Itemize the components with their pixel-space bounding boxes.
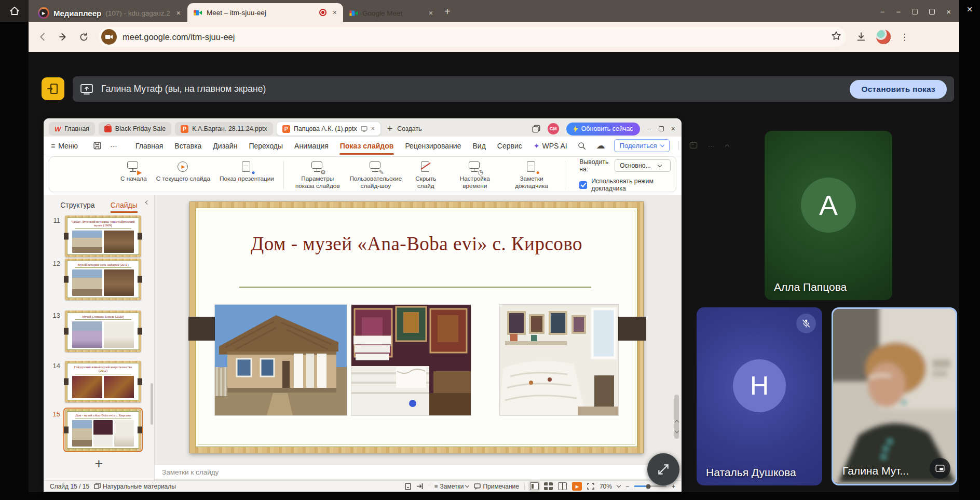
wps-new-document-icon[interactable]: + <box>387 124 393 134</box>
share-button[interactable]: Поделиться <box>614 139 670 152</box>
canvas-scrollbar[interactable] <box>674 198 679 436</box>
menu-home[interactable]: Главная <box>130 139 168 153</box>
menu-tools[interactable]: Сервис <box>492 139 527 153</box>
browser-menu-icon[interactable]: ⋮ <box>900 32 909 43</box>
restore-icon[interactable] <box>929 9 935 15</box>
wps-tab-black-friday[interactable]: Black Friday Sale <box>99 122 171 136</box>
tab-meet-active[interactable]: Meet – itm-sjuu-eej × <box>187 3 343 22</box>
wps-close-icon[interactable]: × <box>671 125 675 133</box>
stop-presenting-button[interactable]: Остановить показ <box>850 80 947 99</box>
ribbon-rehearse-timings-button[interactable]: ◷ Настройка времени <box>447 160 503 190</box>
menu-insert[interactable]: Вставка <box>169 139 207 153</box>
picture-in-picture-button[interactable] <box>930 458 950 479</box>
slide-notes-area[interactable]: Заметки к слайду <box>155 465 674 479</box>
ribbon-show-options-button[interactable]: ⚙ Параметры показа слайдов <box>289 160 347 190</box>
update-now-button[interactable]: Обновить сейчас <box>566 123 640 136</box>
profile-avatar[interactable] <box>876 30 891 44</box>
minimize-icon[interactable]: − <box>880 8 885 16</box>
tab-close-icon[interactable]: × <box>176 9 181 17</box>
download-icon[interactable] <box>855 31 867 43</box>
normal-view-button[interactable] <box>530 482 539 490</box>
wps-minimize-icon[interactable]: − <box>647 125 651 133</box>
wps-tab-close-icon[interactable]: × <box>371 125 375 132</box>
participant-tile-natalya[interactable]: Н Наталья Душкова <box>697 307 822 485</box>
zoom-out-button[interactable]: − <box>625 483 629 490</box>
zoom-in-button[interactable]: + <box>672 483 675 490</box>
menu-view[interactable]: Вид <box>467 139 491 153</box>
slide-13-thumbnail[interactable]: Музей Степана Топала (2020) <box>65 310 141 352</box>
restore-icon[interactable] <box>912 9 918 15</box>
panel-close-icon[interactable]: × <box>967 4 972 14</box>
tab-media-player[interactable]: ▶ Медиаплеер (107) - kdu.gagauz.2 × <box>32 4 187 22</box>
cloud-sync-icon[interactable]: ☁ <box>593 140 609 151</box>
tabs-overview-icon[interactable] <box>532 125 540 133</box>
menu-slideshow-active[interactable]: Показ слайдов <box>335 139 399 153</box>
tab-google-meet[interactable]: Google Meet × <box>343 4 439 22</box>
handoff-icon[interactable] <box>416 483 424 490</box>
menu-design[interactable]: Дизайн <box>208 139 242 153</box>
participant-tile-alla[interactable]: A Алла Папцова <box>765 131 892 300</box>
chevron-down-icon[interactable] <box>617 483 621 488</box>
reading-view-button[interactable] <box>558 482 567 490</box>
notes-toggle[interactable]: ≡ Заметки <box>434 483 469 490</box>
url-bar[interactable]: meet.google.com/itm-sjuu-eej <box>99 27 846 47</box>
close-icon[interactable]: × <box>946 8 951 16</box>
slide-sorter-view-button[interactable] <box>544 482 553 490</box>
expand-presentation-button[interactable] <box>647 453 679 485</box>
ribbon-speaker-notes-button[interactable]: ● Заметки докладчика <box>503 160 561 190</box>
ribbon-from-current-button[interactable]: ▶ С текущего слайда <box>152 160 215 190</box>
tab-close-icon[interactable]: × <box>429 9 433 17</box>
wps-restore-icon[interactable] <box>659 126 664 131</box>
search-icon[interactable] <box>574 141 590 150</box>
meeting-room-icon[interactable] <box>42 77 64 100</box>
current-slide[interactable]: Дом - музей «Ana-Boba evi» с. Кирсово <box>189 201 644 453</box>
more-commands-icon[interactable]: ··· <box>106 142 121 150</box>
wps-tab-paptsova-pptx[interactable]: P Папцова А.К. (1).pptx × <box>277 122 380 136</box>
add-slide-button[interactable]: + <box>95 456 103 472</box>
wps-tab-bargan-pptx[interactable]: P К.А.Барган. 28.11.24.pptx <box>175 122 273 136</box>
participant-tile-galina-video[interactable]: Галина Мут... <box>832 307 957 485</box>
sidebar-tab-outline[interactable]: Структура <box>60 201 94 213</box>
new-tab-button[interactable]: + <box>444 6 451 18</box>
back-button[interactable] <box>37 31 48 43</box>
menu-wps-ai[interactable]: ✦ WPS AI <box>528 139 573 153</box>
bookmark-star-icon[interactable] <box>831 30 842 44</box>
next-slide-button[interactable] <box>673 428 680 436</box>
menu-transitions[interactable]: Переходы <box>243 139 288 153</box>
more-options-icon[interactable]: ··· <box>704 142 719 150</box>
sidebar-tab-slides[interactable]: Слайды <box>111 201 138 213</box>
ribbon-show-presentation-button[interactable]: ● Показ презентации <box>215 160 279 190</box>
zoom-slider[interactable] <box>634 485 666 487</box>
save-icon[interactable] <box>89 141 105 150</box>
forward-button[interactable] <box>58 31 69 43</box>
collapse-ribbon-icon[interactable] <box>722 143 732 148</box>
reload-button[interactable] <box>78 32 89 43</box>
ribbon-custom-shows-button[interactable]: ✎ Пользовательские слайд-шоу <box>347 160 405 190</box>
pin-ribbon-icon[interactable] <box>686 142 701 150</box>
slide-11-thumbnail[interactable]: Чадыр-Лунгский историко-этнографический … <box>65 215 141 257</box>
fit-slide-icon[interactable] <box>587 483 594 490</box>
ribbon-hide-slide-button[interactable]: Скрыть слайд <box>405 160 447 190</box>
tab-close-icon[interactable]: × <box>333 8 337 17</box>
wps-new-document-label[interactable]: Создать <box>397 125 422 132</box>
main-menu-button[interactable]: ≡ Меню <box>51 142 80 150</box>
theme-button[interactable]: Натуральные материалы <box>94 483 176 490</box>
menu-animation[interactable]: Анимация <box>289 139 334 153</box>
slideshow-play-button[interactable]: ▶ <box>572 482 582 491</box>
slide-settings-icon[interactable] <box>405 483 411 490</box>
slide-15-thumbnail-selected[interactable]: Дом - музей «Ana-Boba evi» с. Кирсово <box>65 409 141 451</box>
output-display-select[interactable]: Основно... <box>615 159 671 172</box>
slide-14-thumbnail[interactable]: Гайдарский живой музей ковроткачества (2… <box>65 361 141 402</box>
checkbox-checked-icon[interactable] <box>579 181 587 189</box>
previous-slide-button[interactable] <box>673 417 680 425</box>
minimize-icon[interactable]: − <box>896 8 901 16</box>
wps-account-avatar[interactable]: GM <box>548 123 559 134</box>
sidebar-collapse-icon[interactable] <box>146 202 149 204</box>
menu-review[interactable]: Рецензирование <box>400 139 466 153</box>
comment-toggle[interactable]: Примечание <box>474 483 519 490</box>
presenter-mode-checkbox-row[interactable]: Использовать режим докладчика <box>579 178 671 192</box>
sidebar-scrollbar[interactable] <box>151 383 153 425</box>
slide-12-thumbnail[interactable]: Музей истории села Авдарма (2011) <box>65 259 141 300</box>
ribbon-from-beginning-button[interactable]: ▶ С начала <box>116 160 152 190</box>
home-button[interactable] <box>0 0 29 22</box>
